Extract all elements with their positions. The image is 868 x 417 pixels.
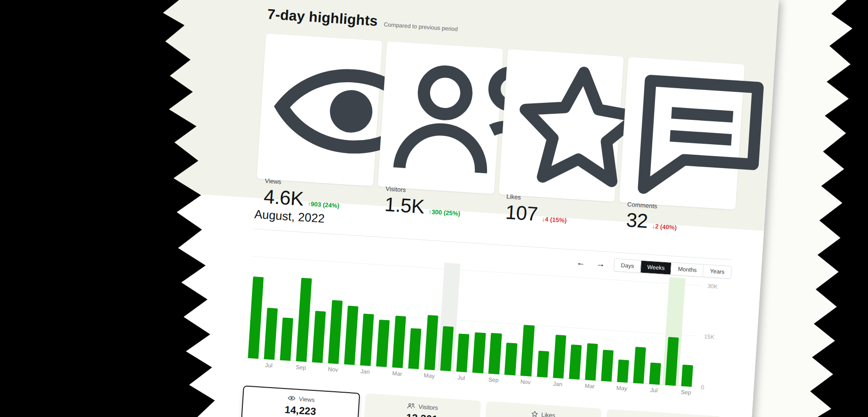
y-axis-label-30K: 30K (707, 283, 718, 290)
views-bar-16[interactable] (488, 333, 502, 374)
views-bar-26[interactable] (649, 362, 661, 384)
views-bar-28[interactable] (681, 365, 693, 387)
next-period-button[interactable]: → (594, 258, 607, 270)
x-axis-label (629, 385, 646, 394)
x-axis-label: Jul (453, 374, 470, 383)
metric-tab-label: Likes (541, 411, 555, 417)
highlight-card-value: 32 (626, 208, 649, 232)
highlight-card-visitors: Visitors1.5K↑300 (25%) (377, 41, 503, 194)
x-axis-label: Nov (517, 378, 534, 387)
comment-icon (628, 64, 736, 201)
highlights-cards: Views4.6K↑903 (24%)Visitors1.5K↑300 (25%… (257, 34, 745, 209)
views-bar-17[interactable] (504, 343, 517, 375)
views-bar-22[interactable] (585, 343, 598, 380)
x-axis-label (501, 377, 518, 386)
range-tab-months[interactable]: Months (671, 262, 704, 276)
views-bar-9[interactable] (376, 320, 390, 367)
star-icon (507, 56, 616, 193)
highlight-card-likes: Likes107↓4 (15%) (498, 49, 624, 202)
y-axis-label-0: 0 (700, 384, 704, 390)
views-bar-23[interactable] (601, 350, 613, 382)
views-bar-5[interactable] (312, 311, 326, 363)
views-bar-21[interactable] (569, 344, 582, 379)
highlights-title: 7-day highlights (267, 6, 378, 29)
views-bar-19[interactable] (537, 351, 549, 378)
range-tab-weeks[interactable]: Weeks (640, 260, 672, 274)
x-axis-label (341, 367, 357, 376)
metric-tab-likes[interactable]: Likes1892 (484, 401, 602, 417)
highlights-subtitle: Compared to previous period (384, 21, 458, 32)
metric-tab-value: 14,223 (284, 404, 316, 417)
views-bar-20[interactable] (553, 335, 566, 378)
metric-tab-label: Views (299, 395, 315, 403)
views-bar-13[interactable] (440, 326, 454, 371)
views-bar-4[interactable] (296, 277, 312, 361)
views-bar-24[interactable] (617, 360, 629, 383)
x-axis-label (566, 381, 582, 390)
highlight-card-delta: ↓2 (40%) (652, 223, 677, 231)
highlight-card-delta: ↑300 (25%) (428, 208, 460, 217)
metric-tab-comments[interactable]: Comments728 (605, 409, 722, 417)
x-axis-label (533, 379, 550, 389)
views-bar-15[interactable] (472, 332, 486, 373)
x-axis-label (437, 373, 454, 382)
x-axis-label: Jul (645, 386, 662, 395)
eye-icon (287, 395, 296, 402)
highlight-card-value: 107 (505, 201, 538, 225)
views-bar-1[interactable] (248, 276, 264, 359)
x-axis-label (661, 388, 678, 397)
views-bar-12[interactable] (424, 315, 438, 370)
x-axis-label (276, 362, 293, 372)
x-axis-label (469, 375, 486, 384)
highlight-card-views: Views4.6K↑903 (24%) (257, 34, 382, 186)
views-bar-7[interactable] (344, 305, 358, 365)
previous-period-button[interactable]: ← (574, 257, 587, 268)
metric-tab-visitors[interactable]: Visitors12,301 (364, 393, 481, 417)
metric-tab-views[interactable]: Views14,223 (241, 385, 360, 417)
x-axis-label: Sep (678, 389, 694, 398)
x-axis-label: Sep (485, 376, 502, 385)
views-bar-25[interactable] (633, 347, 646, 383)
metric-tab-label: Visitors (418, 403, 438, 411)
range-tab-days[interactable]: Days (614, 259, 641, 273)
highlights-section: 7-day highlights Compared to previous pe… (141, 0, 779, 231)
views-bar-2[interactable] (264, 308, 278, 360)
views-bar-8[interactable] (360, 313, 374, 366)
x-axis-label: Jan (357, 368, 373, 377)
x-axis-label (244, 361, 261, 370)
x-axis-label (373, 369, 389, 378)
highlight-card-delta: ↓4 (15%) (542, 215, 567, 224)
x-axis-label: May (421, 372, 437, 381)
stats-page-sheet: 7-day highlights Compared to previous pe… (112, 0, 779, 417)
x-axis-label: Nov (325, 366, 341, 375)
x-axis-label: Mar (389, 370, 405, 379)
x-axis-label: Mar (582, 382, 598, 391)
y-axis-label-15K: 15K (704, 333, 715, 340)
x-axis-label: Sep (292, 364, 309, 373)
highlight-card-comments: Comments32↓2 (40%) (619, 57, 745, 209)
metric-tab-value: 12,301 (406, 411, 438, 417)
x-axis-label: Jan (549, 380, 566, 389)
x-axis-label: Jul (260, 361, 277, 371)
range-tab-years[interactable]: Years (703, 265, 731, 278)
x-axis-label (308, 365, 325, 374)
views-bar-6[interactable] (328, 300, 343, 364)
x-axis-label (598, 383, 614, 393)
highlight-card-delta: ↑903 (24%) (308, 200, 340, 209)
views-bar-10[interactable] (392, 316, 406, 368)
highlight-card-value: 1.5K (384, 193, 425, 218)
views-bar-3[interactable] (280, 318, 293, 361)
people-icon (386, 49, 494, 186)
x-axis-label: May (613, 384, 630, 394)
chart-y-axis-labels: 30K15K0 (694, 279, 731, 389)
views-bar-18[interactable] (521, 325, 534, 376)
x-axis-label (405, 371, 421, 380)
eye-icon (265, 41, 374, 178)
people-icon (407, 403, 415, 410)
views-bar-11[interactable] (409, 328, 422, 369)
views-bar-27[interactable] (665, 337, 679, 386)
highlight-card-value: 4.6K (263, 185, 304, 210)
views-bar-14[interactable] (456, 334, 469, 372)
star-icon (531, 411, 538, 417)
